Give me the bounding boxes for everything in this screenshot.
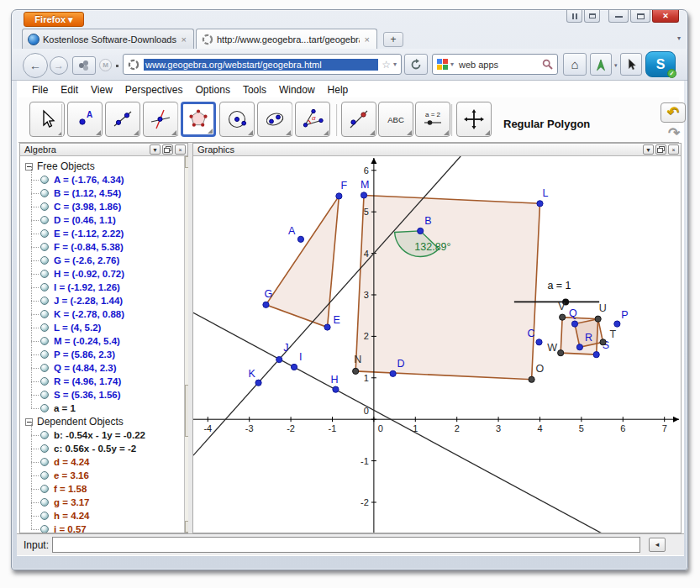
object-definition[interactable]: R = (4.96, 1.74) [54,376,121,386]
cursor-tool-button[interactable] [620,53,642,76]
home-button[interactable]: ⌂ [563,53,587,76]
tool-dropdown-icon[interactable] [324,130,329,135]
point-G[interactable] [263,302,269,307]
algebra-object[interactable]: g = 3.17 [20,496,175,509]
algebra-object[interactable]: I = (-1.92, 1.26) [20,281,175,294]
algebra-object[interactable]: M = (-0.24, 5.4) [20,334,175,348]
algebra-object[interactable]: K = (-2.78, 0.88) [20,307,175,321]
object-definition[interactable]: I = (-1.92, 1.26) [54,282,120,292]
object-definition[interactable]: D = (0.46, 1.1) [54,215,116,225]
point-V[interactable] [560,314,566,320]
object-definition[interactable]: G = (-2.6, 2.76) [54,255,119,265]
object-definition[interactable]: P = (5.86, 2.3) [54,349,115,360]
circle-tool[interactable] [219,102,255,137]
object-definition[interactable]: Q = (4.84, 2.3) [54,363,116,373]
bookmark-star-icon[interactable]: ☆ [382,59,391,71]
object-definition[interactable]: A = (-1.76, 4.34) [54,175,124,185]
search-engine-caret-icon[interactable]: ▾ [450,60,454,68]
object-definition[interactable]: C = (3.98, 1.86) [54,202,121,212]
back-button[interactable]: ← [23,53,48,78]
algebra-object[interactable]: S = (5.36, 1.56) [20,388,175,402]
tool-dropdown-icon[interactable] [208,129,213,134]
object-visibility-marble-icon[interactable] [40,243,49,251]
search-input[interactable]: web apps [459,60,542,70]
object-visibility-marble-icon[interactable] [40,202,49,211]
tool-dropdown-icon[interactable] [444,130,449,135]
input-field[interactable] [52,537,640,553]
perpendicular-line-tool[interactable] [143,102,178,137]
object-definition[interactable]: e = 3.16 [54,470,89,480]
object-visibility-marble-icon[interactable] [40,444,49,453]
object-definition[interactable]: J = (-2.28, 1.44) [54,296,123,306]
object-definition[interactable]: H = (-0.92, 0.72) [54,269,124,279]
tab-close-icon[interactable]: × [180,34,188,45]
tool-dropdown-icon[interactable] [248,130,253,135]
url-dropdown-caret-icon[interactable]: ▾ [393,60,397,68]
ellipse-tool[interactable] [257,102,292,137]
object-definition[interactable]: B = (1.12, 4.54) [54,188,121,198]
algebra-object[interactable]: h = 4.24 [20,509,175,522]
object-visibility-marble-icon[interactable] [40,176,49,184]
object-visibility-marble-icon[interactable] [40,229,49,238]
algebra-object[interactable]: d = 4.24 [20,455,175,469]
menu-perspectives[interactable]: Perspectives [125,84,183,96]
point-tool[interactable]: A [67,102,103,137]
object-definition[interactable]: M = (-0.24, 5.4) [54,336,120,346]
object-visibility-marble-icon[interactable] [40,337,49,345]
object-visibility-marble-icon[interactable] [40,391,49,399]
algebra-detach-button[interactable] [162,144,173,155]
point-W[interactable] [558,350,564,356]
tool-dropdown-icon[interactable] [407,130,412,135]
algebra-object[interactable]: a = 1 [20,402,175,415]
magnifier-icon[interactable] [542,59,553,70]
point-N[interactable] [353,368,359,374]
point-C[interactable] [536,339,542,345]
algebra-close-button[interactable]: × [175,144,186,155]
algebra-object[interactable]: D = (0.46, 1.1) [20,213,175,227]
point-T[interactable] [600,339,606,345]
algebra-object[interactable]: E = (-1.12, 2.22) [20,227,175,240]
object-visibility-marble-icon[interactable] [40,471,49,480]
maximize-button[interactable] [630,10,650,23]
tool-dropdown-icon[interactable] [171,130,176,135]
object-visibility-marble-icon[interactable] [40,525,49,533]
object-definition[interactable]: i = 0.57 [54,524,87,533]
graphics-dropdown-button[interactable]: ▼ [643,144,654,155]
text-tool[interactable]: ABC [378,102,413,137]
tool-dropdown-icon[interactable] [96,130,101,135]
object-visibility-marble-icon[interactable] [40,431,49,439]
close-button[interactable]: ✕ [652,10,679,23]
tool-dropdown-icon[interactable] [485,130,490,135]
minimize-button[interactable] [608,10,629,23]
object-definition[interactable]: h = 4.24 [54,511,90,521]
browser-tab[interactable]: Kostenlose Software-Downloads, Freewa...… [22,29,194,49]
object-definition[interactable]: b: -0.54x - 1y = -0.22 [54,430,145,440]
url-bar[interactable]: www.geogebra.org/webstart/geogebra.html … [123,54,402,75]
object-visibility-marble-icon[interactable] [40,323,49,332]
algebra-object[interactable]: C = (3.98, 1.86) [20,200,175,213]
algebra-dropdown-button[interactable]: ▼ [150,144,161,155]
algebra-object[interactable]: H = (-0.92, 0.72) [20,267,175,281]
algebra-object[interactable]: b: -0.54x - 1y = -0.22 [20,428,175,442]
menu-edit[interactable]: Edit [61,84,78,96]
object-visibility-marble-icon[interactable] [40,189,49,197]
graphics-close-button[interactable]: × [668,144,679,155]
point-S[interactable] [593,352,599,358]
polygon-MLON[interactable] [355,195,539,379]
point-P[interactable] [614,321,620,327]
forward-button[interactable]: → [50,56,68,75]
object-definition[interactable]: L = (4, 5.2) [54,323,101,333]
slider-tool[interactable]: a = 2 [415,102,450,137]
title-extra-button-1[interactable] [566,10,582,23]
tree-group-dependent-objects[interactable]: Dependent Objects [20,415,175,428]
object-definition[interactable]: K = (-2.78, 0.88) [54,309,124,319]
skype-button[interactable]: S ✓ [645,51,676,77]
object-visibility-marble-icon[interactable] [40,270,49,278]
url-text-selected[interactable]: www.geogebra.org/webstart/geogebra.html [144,59,378,71]
menu-help[interactable]: Help [328,84,349,96]
firefox-app-button[interactable]: Firefox ▾ [24,12,84,27]
point-F[interactable] [336,193,342,199]
algebra-object[interactable]: P = (5.86, 2.3) [20,348,175,361]
menu-options[interactable]: Options [196,84,230,96]
object-visibility-marble-icon[interactable] [40,404,49,412]
